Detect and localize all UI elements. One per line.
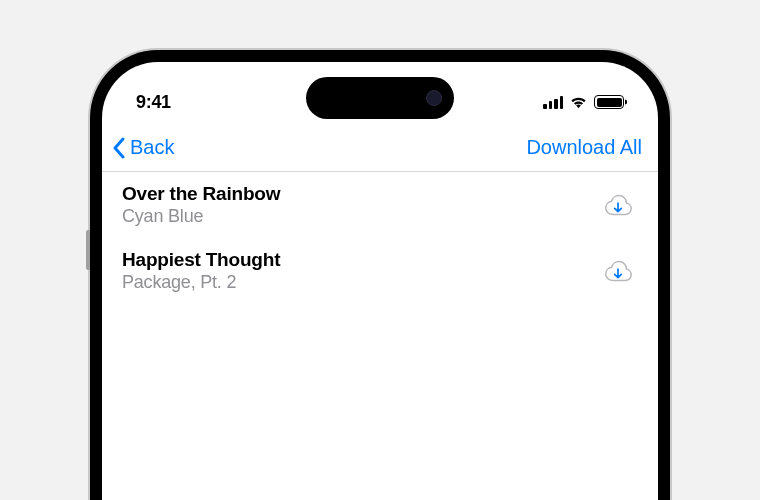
song-title: Over the Rainbow <box>122 183 280 205</box>
phone-screen: 9:41 <box>102 62 658 500</box>
battery-icon <box>594 95 624 109</box>
status-time: 9:41 <box>136 92 171 113</box>
dynamic-island <box>306 77 454 119</box>
songs-list: Over the Rainbow Cyan Blue Happiest Thou… <box>102 172 658 304</box>
list-item-text: Happiest Thought Package, Pt. 2 <box>122 249 280 293</box>
back-button[interactable]: Back <box>112 136 174 159</box>
navigation-bar: Back Download All <box>102 124 658 172</box>
download-button[interactable] <box>598 254 638 288</box>
chevron-left-icon <box>112 137 126 159</box>
song-subtitle: Cyan Blue <box>122 206 280 227</box>
cloud-download-icon <box>602 258 634 284</box>
download-all-button[interactable]: Download All <box>526 136 642 159</box>
list-item[interactable]: Over the Rainbow Cyan Blue <box>102 172 658 238</box>
status-icons <box>543 95 624 109</box>
cellular-signal-icon <box>543 96 563 109</box>
cloud-download-icon <box>602 192 634 218</box>
song-subtitle: Package, Pt. 2 <box>122 272 280 293</box>
song-title: Happiest Thought <box>122 249 280 271</box>
phone-frame: 9:41 <box>90 50 670 500</box>
back-label: Back <box>130 136 174 159</box>
wifi-icon <box>569 95 588 109</box>
download-button[interactable] <box>598 188 638 222</box>
list-item-text: Over the Rainbow Cyan Blue <box>122 183 280 227</box>
list-item[interactable]: Happiest Thought Package, Pt. 2 <box>102 238 658 304</box>
